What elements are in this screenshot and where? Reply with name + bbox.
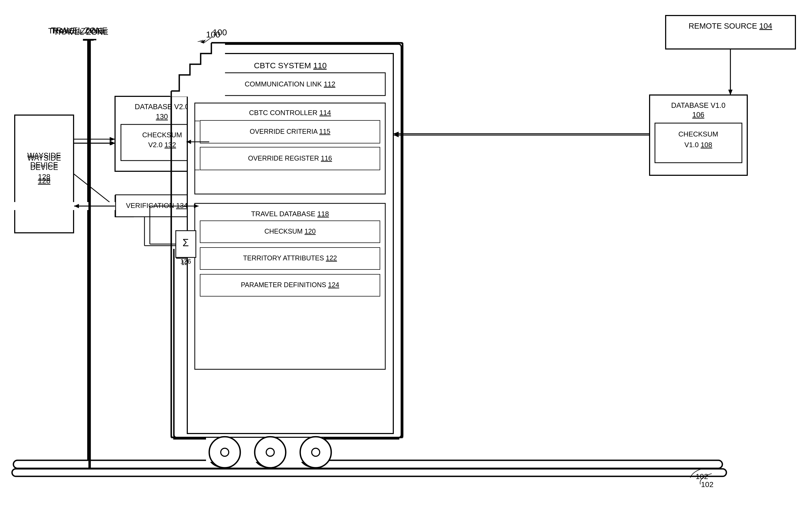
svg-text:128: 128 [38,173,51,181]
svg-text:126: 126 [180,258,191,265]
svg-text:CBTC CONTROLLER 114: CBTC CONTROLLER 114 [249,109,331,117]
diagram-container: 102 TRAVEL ZONE WAYSIDE DEVICE 128 DATAB… [0,0,812,513]
svg-text:DATABASE V1.0: DATABASE V1.0 [671,102,725,110]
svg-text:100: 100 [213,28,227,37]
svg-rect-139 [666,16,795,49]
svg-text:DATABASE V2.0: DATABASE V2.0 [135,103,189,111]
svg-text:CHECKSUM: CHECKSUM [678,130,718,138]
svg-text:VERIFICATION 134: VERIFICATION 134 [126,201,188,209]
svg-text:CBTC SYSTEM 110: CBTC SYSTEM 110 [254,61,327,70]
svg-text:106: 106 [692,111,704,119]
svg-text:OVERRIDE REGISTER 116: OVERRIDE REGISTER 116 [248,154,332,162]
svg-rect-0 [0,0,812,513]
svg-text:V1.0 108: V1.0 108 [685,141,712,149]
svg-text:CHECKSUM: CHECKSUM [142,131,182,139]
svg-text:DEVICE: DEVICE [30,161,58,169]
svg-text:130: 130 [156,113,168,121]
svg-text:OVERRIDE CRITERIA 115: OVERRIDE CRITERIA 115 [250,127,330,135]
svg-text:102: 102 [701,480,714,489]
svg-text:REMOTE SOURCE 104: REMOTE SOURCE 104 [689,22,773,30]
svg-text:WAYSIDE: WAYSIDE [27,151,61,160]
svg-text:Σ: Σ [182,237,189,248]
svg-text:TERRITORY ATTRIBUTES 122: TERRITORY ATTRIBUTES 122 [243,254,337,262]
svg-text:TRAVEL DATABASE 118: TRAVEL DATABASE 118 [251,210,329,218]
svg-text:COMMUNICATION LINK 112: COMMUNICATION LINK 112 [244,80,335,88]
svg-point-173 [300,437,331,468]
svg-text:PARAMETER DEFINITIONS 124: PARAMETER DEFINITIONS 124 [241,281,339,288]
svg-text:TRAVEL ZONE: TRAVEL ZONE [51,26,108,35]
svg-point-171 [255,437,286,468]
svg-point-169 [209,437,240,468]
svg-text:CHECKSUM 120: CHECKSUM 120 [264,227,316,235]
